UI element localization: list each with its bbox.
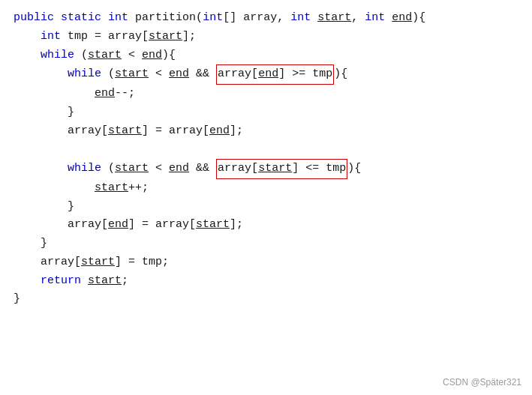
var-end-7: end xyxy=(209,122,230,141)
param-end: end xyxy=(392,9,412,28)
code-line-3: while (start < end){ xyxy=(14,46,518,65)
empty-line-1 xyxy=(14,140,518,159)
function-name: partition xyxy=(135,9,196,28)
var-end-12: end xyxy=(108,216,128,235)
var-end-4a: end xyxy=(169,65,189,84)
keyword-while-inner1: while xyxy=(68,65,101,84)
var-start-15: start xyxy=(88,272,122,291)
var-end-3: end xyxy=(142,46,162,65)
keyword-public: public xyxy=(14,9,54,28)
var-start-9a: start xyxy=(115,160,149,178)
code-line-7: array[start] = array[end]; xyxy=(14,122,518,141)
var-end-9: end xyxy=(169,160,189,178)
code-line-15: return start; xyxy=(14,272,518,291)
var-start-2: start xyxy=(149,28,182,46)
code-line-16: } xyxy=(14,290,518,309)
var-start-9b: start xyxy=(258,162,292,175)
code-line-1: public static int partition(int[] array,… xyxy=(14,9,518,28)
code-line-6: } xyxy=(14,103,518,122)
var-start-7: start xyxy=(108,122,142,141)
var-end-4b: end xyxy=(258,67,278,80)
code-line-12: array[end] = array[start]; xyxy=(14,216,518,235)
highlight-box-2: array[start] <= tmp xyxy=(216,159,347,179)
var-end-5: end xyxy=(95,85,115,103)
type-int: int xyxy=(108,9,128,28)
code-line-2: int tmp = array[start]; xyxy=(14,28,518,46)
keyword-while-outer: while xyxy=(41,46,74,65)
code-line-5: end--; xyxy=(14,85,518,103)
code-line-10: start++; xyxy=(14,179,518,198)
keyword-static: static xyxy=(61,9,101,28)
var-start-14: start xyxy=(81,253,115,272)
var-start-10: start xyxy=(95,179,128,198)
keyword-return: return xyxy=(41,272,81,291)
var-start-4: start xyxy=(115,65,149,84)
var-start-3: start xyxy=(88,46,122,65)
code-line-4: while (start < end && array[end] >= tmp)… xyxy=(14,64,518,85)
highlight-box-1: array[end] >= tmp xyxy=(216,64,334,85)
keyword-while-inner2: while xyxy=(68,160,101,178)
code-line-9: while (start < end && array[start] <= tm… xyxy=(14,159,518,179)
var-start-12: start xyxy=(196,216,230,235)
code-container: public static int partition(int[] array,… xyxy=(0,0,532,395)
code-line-14: array[start] = tmp; xyxy=(14,253,518,272)
code-line-11: } xyxy=(14,198,518,217)
code-line-13: } xyxy=(14,235,518,253)
watermark: CSDN @Später321 xyxy=(443,377,521,388)
param-start: start xyxy=(317,9,351,28)
